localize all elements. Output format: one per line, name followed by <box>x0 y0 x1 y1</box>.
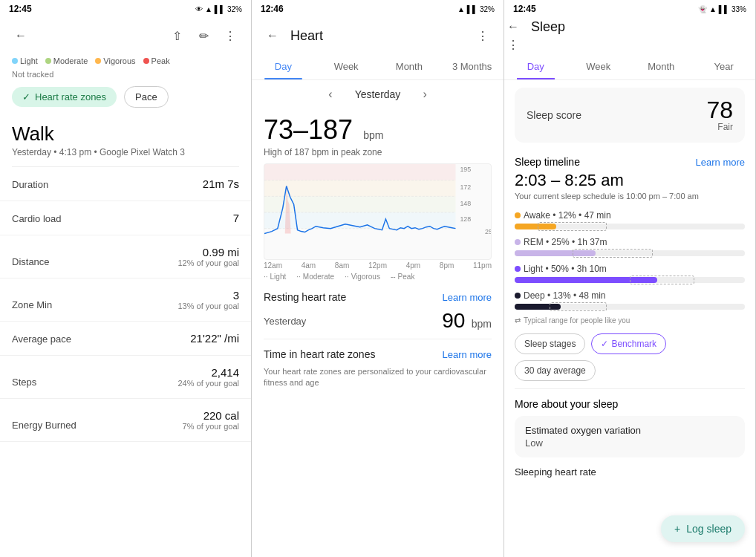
heart-back-button[interactable]: ← <box>264 27 281 45</box>
chip-30day[interactable]: 30 day average <box>515 360 596 381</box>
chip-benchmark[interactable]: ✓ Benchmark <box>591 333 666 354</box>
chips-row: ✓ Heart rate zones Pace <box>0 80 251 114</box>
plus-icon: + <box>674 523 680 535</box>
rem-bar-track <box>515 250 745 256</box>
tab-3months-heart[interactable]: 3 Months <box>440 53 504 79</box>
status-bar-1: 12:45 👁 ▲ ▌▌ 32% <box>0 0 251 18</box>
sleep-header: ← Sleep ⋮ <box>504 18 755 53</box>
heart-header: ← Heart ⋮ <box>252 18 504 53</box>
legend-vigorous-label: Vigorous <box>103 56 135 65</box>
stat-duration: Duration 21m 7s <box>0 167 251 201</box>
heart-chart-svg: 195 172 148 128 25 <box>264 164 491 259</box>
time-2: 12:46 <box>261 4 284 14</box>
tab-day-heart[interactable]: Day <box>252 53 315 79</box>
typical-note: ⇄ Typical range for people like you <box>504 313 755 329</box>
edit-button[interactable]: ✏ <box>195 27 212 45</box>
legend-moderate: Moderate <box>45 56 88 65</box>
sleep-schedule: Your current sleep schedule is 10:00 pm … <box>504 192 755 206</box>
svg-text:128: 128 <box>460 215 471 223</box>
peak-dot <box>143 58 149 64</box>
vigorous-dot <box>95 58 101 64</box>
sleep-header-left: ← Sleep <box>504 18 755 36</box>
legend-row: Light Moderate Vigorous Peak <box>0 53 251 68</box>
tab-week-sleep[interactable]: Week <box>567 53 630 79</box>
tab-week-heart[interactable]: Week <box>315 53 378 79</box>
log-sleep-button[interactable]: + Log sleep <box>661 515 745 542</box>
next-date-button[interactable]: › <box>423 88 426 101</box>
rem-typical <box>573 249 654 258</box>
heart-title: Heart <box>290 28 323 44</box>
legend-peak-label: Peak <box>151 56 170 65</box>
stat-zone-min: Zone Min 3 13% of your goal <box>0 278 251 322</box>
battery-3: 33% <box>731 5 746 13</box>
tab-year-sleep[interactable]: Year <box>693 53 756 79</box>
not-tracked: Not tracked <box>0 68 251 80</box>
tab-day-sleep[interactable]: Day <box>504 53 567 79</box>
tab-month-sleep[interactable]: Month <box>630 53 693 79</box>
awake-dot <box>515 212 521 218</box>
chip-sleep-stages[interactable]: Sleep stages <box>515 333 585 354</box>
sleep-tabs: Day Week Month Year <box>504 53 755 80</box>
status-icons-3: 👻 ▲ ▌▌ 33% <box>698 5 746 13</box>
status-bar-3: 12:45 👻 ▲ ▌▌ 33% <box>504 0 755 18</box>
time-3: 12:45 <box>513 4 536 14</box>
toolbar-right: ⇧ ✏ ⋮ <box>168 27 239 45</box>
pace-chip[interactable]: Pace <box>124 86 169 108</box>
light-dot <box>12 58 18 64</box>
heart-panel: 12:46 ▲ ▌▌ 32% ← Heart ⋮ Day Week Month … <box>252 0 504 557</box>
sleep-chips: Sleep stages ✓ Benchmark 30 day average <box>504 329 755 385</box>
stat-energy: Energy Burned 220 cal 7% of your goal <box>0 399 251 442</box>
time-1: 12:45 <box>9 4 32 14</box>
signal-icon-2: ▌▌ <box>467 5 478 13</box>
stage-light: Light • 50% • 3h 10m <box>504 260 755 287</box>
time-zones-section: Time in heart rate zones Learn more <box>252 339 504 363</box>
more-sleep-title: More about your sleep <box>504 392 755 413</box>
battery-2: 32% <box>480 5 495 13</box>
deep-dot <box>515 293 521 299</box>
svg-text:195: 195 <box>460 166 471 173</box>
stat-steps: Steps 2,414 24% of your goal <box>0 356 251 399</box>
sleeping-hr-label: Sleeping heart rate <box>504 460 755 479</box>
sleep-back-button[interactable]: ← <box>504 18 522 36</box>
chart-zone-labels: ·· Light ·· Moderate ·· Vigorous -- Peak <box>252 271 504 282</box>
light-typical <box>630 276 694 284</box>
more-button[interactable]: ⋮ <box>221 27 239 45</box>
sleep-score-card: Sleep score 78 Fair <box>515 88 745 143</box>
heart-more-button[interactable]: ⋮ <box>474 27 492 45</box>
chart-time-labels: 12am 4am 8am 12pm 4pm 8pm 11pm <box>252 260 504 271</box>
back-button[interactable]: ← <box>12 27 30 45</box>
zones-learn-more[interactable]: Learn more <box>443 349 492 360</box>
deep-typical <box>550 302 607 311</box>
toolbar-left: ← <box>12 27 30 45</box>
heart-rate-zones-chip[interactable]: ✓ Heart rate zones <box>12 87 117 107</box>
svg-rect-2 <box>264 196 455 212</box>
legend-light-label: Light <box>20 56 38 65</box>
awake-typical <box>538 222 607 231</box>
heart-chart: 195 172 148 128 25 <box>264 163 492 260</box>
svg-text:148: 148 <box>460 200 471 207</box>
svg-text:25: 25 <box>485 228 491 235</box>
rem-dot <box>515 239 521 245</box>
date-label: Yesterday <box>355 88 401 100</box>
prev-date-button[interactable]: ‹ <box>328 88 332 101</box>
svg-text:172: 172 <box>460 183 471 191</box>
stat-cardio-load: Cardio load 7 <box>0 201 251 235</box>
svg-rect-3 <box>264 212 455 229</box>
tab-month-heart[interactable]: Month <box>378 53 441 79</box>
resting-hr-section: Resting heart rate Learn more <box>252 282 504 306</box>
header-left: ← Heart <box>264 27 323 45</box>
signal-icon: ▌▌ <box>215 5 225 13</box>
legend-peak: Peak <box>143 56 170 65</box>
walk-toolbar: ← ⇧ ✏ ⋮ <box>0 18 251 53</box>
sleep-more-button[interactable]: ⋮ <box>504 36 522 53</box>
battery-1: 32% <box>227 5 242 13</box>
share-button[interactable]: ⇧ <box>168 27 186 45</box>
yesterday-row: Yesterday 90 bpm <box>252 306 504 339</box>
legend-light: Light <box>12 56 38 65</box>
sleep-learn-more[interactable]: Learn more <box>696 157 745 168</box>
oxy-card: Estimated oxygen variation Low <box>515 416 745 457</box>
signal-icon-3: ▌▌ <box>719 5 729 13</box>
status-bar-2: 12:46 ▲ ▌▌ 32% <box>252 0 504 18</box>
status-icons-1: 👁 ▲ ▌▌ 32% <box>195 5 242 13</box>
resting-learn-more[interactable]: Learn more <box>443 292 492 303</box>
